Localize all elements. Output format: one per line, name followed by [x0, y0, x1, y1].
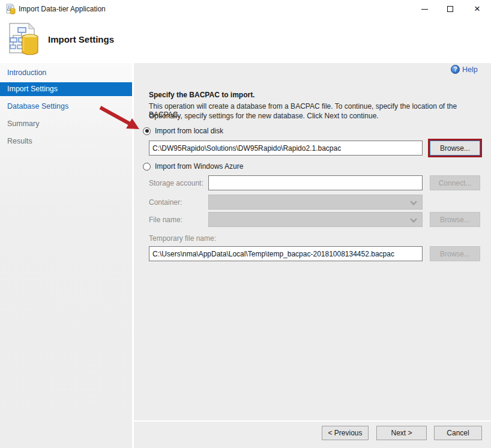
minimize-icon: [421, 9, 428, 10]
window-title: Import Data-tier Application: [19, 0, 106, 18]
section-title: Specify the BACPAC to import.: [149, 91, 255, 99]
chevron-down-icon: [410, 198, 417, 205]
sidebar-item-introduction[interactable]: Introduction: [0, 66, 132, 80]
radio-import-azure[interactable]: Import from Windows Azure: [143, 162, 243, 171]
file-name-label: File name:: [149, 216, 182, 224]
close-icon: ×: [474, 0, 480, 18]
file-name-dropdown: [208, 212, 423, 227]
radio-unselected-icon: [143, 163, 151, 171]
container-dropdown: [208, 195, 423, 210]
storage-account-label: Storage account:: [149, 179, 203, 187]
previous-button[interactable]: < Previous: [322, 426, 369, 440]
sidebar-item-summary[interactable]: Summary: [0, 117, 132, 131]
connect-button: Connect...: [430, 175, 480, 190]
temporary-file-input: [149, 246, 423, 261]
temporary-file-name-label: Temporary file name:: [149, 234, 216, 243]
help-label: Help: [462, 65, 478, 74]
sidebar-item-import-settings[interactable]: Import Settings: [0, 82, 132, 96]
browse-temp-button: Browse...: [430, 246, 480, 261]
footer-divider: [134, 420, 491, 422]
app-icon: [5, 4, 16, 14]
storage-account-input: [208, 175, 423, 190]
radio-local-disk-label: Import from local disk: [155, 127, 223, 135]
chevron-down-icon: [410, 216, 417, 222]
next-button[interactable]: Next >: [376, 426, 427, 440]
radio-selected-icon: [143, 127, 151, 135]
close-button[interactable]: ×: [463, 0, 491, 18]
minimize-button[interactable]: [412, 0, 437, 18]
help-icon: ?: [451, 65, 460, 74]
cancel-button[interactable]: Cancel: [434, 426, 482, 440]
radio-import-local-disk[interactable]: Import from local disk: [143, 127, 223, 135]
help-link[interactable]: ? Help: [451, 65, 478, 74]
bacpac-path-input[interactable]: [149, 141, 423, 156]
description-line2: Optionally, specify settings for the new…: [149, 112, 480, 120]
sidebar-item-results[interactable]: Results: [0, 135, 132, 148]
header-datatier-icon: [5, 22, 41, 56]
sidebar-item-database-settings[interactable]: Database Settings: [0, 100, 132, 114]
maximize-icon: [447, 6, 453, 12]
browse-local-button[interactable]: Browse...: [430, 141, 480, 156]
container-label: Container:: [149, 198, 182, 207]
page-title: Import Settings: [48, 34, 114, 44]
maximize-button[interactable]: [438, 0, 463, 18]
browse-azure-button: Browse...: [430, 212, 480, 227]
radio-azure-label: Import from Windows Azure: [155, 162, 243, 171]
